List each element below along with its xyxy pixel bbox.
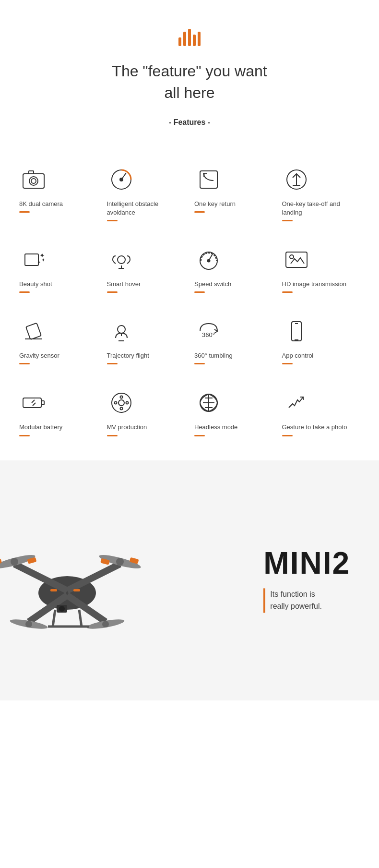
hover-icon [107, 245, 136, 274]
feature-headless: Headless mode [190, 379, 277, 450]
battery-icon [19, 388, 48, 417]
svg-text:✦: ✦ [37, 260, 41, 265]
feature-label-camera: 8K dual camera [19, 200, 63, 208]
svg-rect-30 [292, 322, 301, 341]
feature-underline-speed [194, 291, 205, 293]
feature-label-app: App control [282, 351, 314, 360]
svg-point-23 [290, 255, 294, 259]
brand-tagline: Its function is really powerful. [263, 588, 350, 613]
main-title: The "feature" you want all here [10, 60, 369, 104]
svg-point-38 [118, 400, 124, 406]
feature-hover: Smart hover [102, 236, 190, 307]
svg-point-59 [59, 606, 65, 612]
takeoff-icon [282, 165, 311, 194]
feature-underline-mv [107, 435, 118, 436]
tumbling-icon: 360° [194, 317, 223, 346]
mini2-brand-section: MINI2 Its function is really powerful. [263, 548, 350, 613]
camera-icon [19, 165, 48, 194]
feature-label-gravity: Gravity sensor [19, 351, 59, 360]
svg-point-42 [126, 402, 128, 404]
gravity-icon [19, 317, 48, 346]
feature-underline-hd [282, 291, 293, 293]
feature-underline-hover [107, 291, 118, 293]
feature-label-trajectory: Trajectory flight [107, 351, 149, 360]
svg-rect-61 [73, 589, 80, 591]
svg-text:360°: 360° [202, 331, 215, 338]
feature-label-headless: Headless mode [194, 423, 237, 432]
feature-beauty: ✦ ✦ ✦ Beauty shot [14, 236, 102, 307]
beauty-icon: ✦ ✦ ✦ [19, 245, 48, 274]
svg-line-67 [79, 610, 82, 627]
feature-label-obstacle: Intelligent obstacle avoidance [107, 200, 185, 217]
feature-camera: 8K dual camera [14, 156, 102, 236]
svg-point-54 [11, 558, 18, 566]
sound-wave-icon [10, 29, 369, 46]
svg-point-8 [203, 173, 204, 174]
feature-obstacle: Intelligent obstacle avoidance [102, 156, 190, 236]
feature-underline-return [194, 211, 205, 213]
feature-underline-gravity [19, 363, 30, 364]
feature-label-beauty: Beauty shot [19, 280, 52, 289]
svg-point-26 [118, 326, 125, 333]
feature-label-mv: MV production [107, 423, 147, 432]
svg-point-55 [116, 558, 124, 566]
svg-line-6 [121, 173, 126, 180]
feature-tumbling: 360° 360° tumbling [190, 307, 277, 379]
top-section: The "feature" you want all here - Featur… [0, 0, 379, 156]
features-grid: 8K dual camera Intelligent obstacle avoi… [0, 156, 379, 451]
feature-underline-trajectory [107, 363, 118, 364]
feature-app: App control [277, 307, 365, 379]
feature-underline-takeoff [282, 220, 293, 221]
feature-underline-tumbling [194, 363, 205, 364]
feature-takeoff: One-key take-off and landing [277, 156, 365, 236]
feature-underline-camera [19, 211, 30, 213]
app-icon [282, 317, 311, 346]
svg-rect-2 [29, 171, 34, 174]
feature-underline-gesture [282, 435, 293, 436]
svg-line-35 [32, 400, 35, 403]
return-icon [194, 165, 223, 194]
svg-line-66 [53, 610, 55, 627]
feature-gesture: Gesture to take a photo [277, 379, 365, 450]
feature-label-hd: HD image transmission [282, 280, 346, 289]
features-label: - Features - [10, 118, 369, 127]
drone-image [0, 468, 178, 691]
feature-underline-app [282, 363, 293, 364]
feature-label-takeoff: One-key take-off and landing [282, 200, 360, 217]
svg-point-3 [31, 179, 36, 183]
svg-point-1 [29, 177, 38, 185]
svg-point-16 [118, 256, 125, 264]
feature-label-return: One key return [194, 200, 236, 208]
feature-label-gesture: Gesture to take a photo [282, 423, 347, 432]
svg-rect-60 [50, 589, 57, 591]
feature-gravity: Gravity sensor [14, 307, 102, 379]
feature-mv: MV production [102, 379, 190, 450]
svg-rect-0 [23, 174, 44, 188]
feature-speed: Speed switch [190, 236, 277, 307]
obstacle-icon [107, 165, 136, 194]
svg-point-40 [120, 408, 122, 410]
svg-rect-34 [41, 401, 44, 405]
feature-hd: HD image transmission [277, 236, 365, 307]
mv-icon [107, 388, 136, 417]
feature-underline-battery [19, 435, 30, 436]
feature-label-tumbling: 360° tumbling [194, 351, 233, 360]
trajectory-icon [107, 317, 136, 346]
svg-point-21 [208, 259, 210, 262]
svg-point-57 [102, 621, 109, 627]
svg-rect-24 [26, 323, 41, 340]
svg-rect-12 [25, 254, 38, 265]
gesture-icon [282, 388, 311, 417]
feature-battery: Modular battery [14, 379, 102, 450]
hd-icon [282, 245, 311, 274]
svg-point-39 [120, 396, 122, 398]
feature-return: One key return [190, 156, 277, 236]
feature-underline-headless [194, 435, 205, 436]
feature-underline-beauty [19, 291, 30, 293]
feature-label-battery: Modular battery [19, 423, 62, 432]
drone-section: MINI2 Its function is really powerful. [0, 460, 379, 700]
svg-rect-22 [286, 252, 307, 267]
brand-name: MINI2 [263, 548, 350, 579]
feature-trajectory: Trajectory flight [102, 307, 190, 379]
feature-underline-obstacle [107, 220, 118, 221]
